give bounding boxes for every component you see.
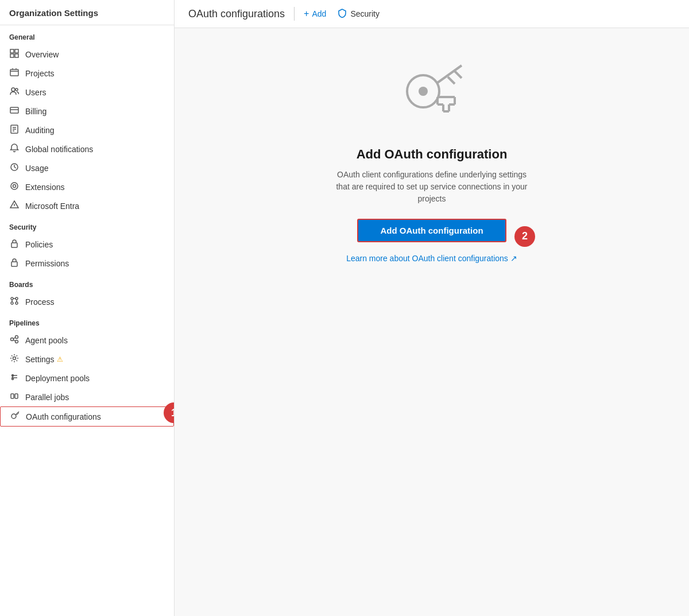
entra-icon — [9, 200, 20, 211]
svg-point-26 — [16, 302, 18, 304]
billing-icon — [9, 106, 20, 117]
auditing-icon — [9, 125, 20, 135]
svg-point-49 — [419, 87, 428, 96]
svg-point-17 — [11, 183, 18, 189]
svg-line-47 — [17, 414, 18, 415]
page-title: OAuth configurations — [188, 8, 294, 20]
svg-line-52 — [448, 77, 455, 84]
svg-point-23 — [11, 297, 13, 300]
sidebar-label-policies: Policies — [25, 240, 165, 249]
sidebar-item-users[interactable]: Users — [0, 83, 174, 102]
add-button[interactable]: + Add — [304, 9, 326, 19]
header-divider — [294, 7, 295, 21]
svg-rect-2 — [10, 54, 14, 57]
extensions-icon — [9, 181, 20, 192]
security-button[interactable]: Security — [338, 9, 380, 20]
sidebar-label-oauth-configurations: OAuth configurations — [26, 412, 164, 421]
security-label: Security — [350, 9, 380, 18]
sidebar-label-settings: Settings — [25, 355, 55, 364]
section-label-general: General — [0, 25, 174, 45]
svg-line-34 — [14, 340, 16, 341]
svg-point-44 — [11, 414, 16, 419]
sidebar-item-policies[interactable]: Policies — [0, 235, 174, 254]
svg-rect-43 — [15, 394, 18, 398]
svg-rect-10 — [10, 107, 18, 113]
svg-point-8 — [11, 88, 15, 91]
projects-icon — [9, 68, 20, 79]
process-icon — [9, 296, 20, 307]
sidebar-item-billing[interactable]: Billing — [0, 102, 174, 121]
badge-2: 2 — [514, 226, 535, 247]
svg-point-31 — [16, 336, 18, 339]
add-label: Add — [312, 9, 326, 18]
bell-icon — [9, 144, 20, 154]
sidebar-item-agent-pools[interactable]: Agent pools — [0, 331, 174, 350]
usage-icon — [9, 162, 20, 173]
parallel-icon — [9, 392, 20, 402]
agentpools-icon — [9, 335, 20, 346]
sidebar-item-microsoft-entra[interactable]: Microsoft Entra — [0, 196, 174, 215]
sidebar-item-auditing[interactable]: Auditing — [0, 121, 174, 140]
key-icon — [10, 411, 20, 422]
sidebar-label-microsoft-entra: Microsoft Entra — [25, 202, 165, 211]
svg-point-25 — [11, 302, 13, 304]
sidebar-label-deployment-pools: Deployment pools — [25, 374, 165, 383]
svg-rect-0 — [10, 49, 14, 53]
sidebar-label-billing: Billing — [25, 107, 165, 116]
lock2-icon — [9, 258, 20, 269]
add-oauth-btn-wrapper: Add OAuth configuration 2 — [357, 219, 506, 254]
sidebar-item-deployment-pools[interactable]: Deployment pools — [0, 369, 174, 388]
sidebar-item-settings[interactable]: Settings ⚠ — [0, 350, 174, 369]
sidebar-label-process: Process — [25, 297, 165, 307]
svg-rect-1 — [15, 49, 18, 53]
svg-point-32 — [16, 340, 18, 343]
sidebar-label-parallel-jobs: Parallel jobs — [25, 393, 165, 402]
deploy-icon — [9, 373, 20, 383]
sidebar-label-global-notifications: Global notifications — [25, 145, 165, 154]
section-label-security: Security — [0, 215, 174, 235]
sidebar-item-extensions[interactable]: Extensions — [0, 177, 174, 196]
learn-more-link[interactable]: Learn more about OAuth client configurat… — [346, 254, 517, 263]
sidebar-label-agent-pools: Agent pools — [25, 336, 165, 345]
sidebar-label-projects: Projects — [25, 69, 165, 78]
sidebar-label-extensions: Extensions — [25, 183, 165, 192]
empty-state: Add OAuth configuration OAuth client con… — [334, 63, 529, 263]
sidebar-label-permissions: Permissions — [25, 259, 165, 268]
sidebar-label-usage: Usage — [25, 164, 165, 173]
page-header: OAuth configurations + Add Security — [175, 0, 689, 28]
svg-rect-3 — [15, 54, 18, 57]
svg-point-24 — [16, 297, 18, 300]
section-label-pipelines: Pipelines — [0, 311, 174, 331]
svg-rect-42 — [11, 394, 14, 398]
sidebar: Organization Settings General Overview P… — [0, 0, 175, 616]
sidebar-item-usage[interactable]: Usage — [0, 158, 174, 177]
sidebar-item-oauth-configurations[interactable]: OAuth configurations — [0, 406, 174, 427]
main-content-area: OAuth configurations + Add Security — [175, 0, 689, 616]
svg-rect-21 — [11, 243, 17, 247]
add-oauth-configuration-button[interactable]: Add OAuth configuration — [357, 219, 506, 242]
sidebar-item-projects[interactable]: Projects — [0, 64, 174, 83]
gear-icon — [9, 354, 20, 365]
sidebar-label-settings-wrapper: Settings ⚠ — [25, 355, 63, 364]
empty-state-description: OAuth client configurations define under… — [334, 169, 529, 205]
svg-rect-22 — [11, 262, 17, 266]
sidebar-label-auditing: Auditing — [25, 126, 165, 135]
sidebar-title: Organization Settings — [0, 0, 174, 25]
empty-state-title: Add OAuth configuration — [357, 147, 508, 162]
svg-line-33 — [14, 338, 16, 339]
section-label-boards: Boards — [0, 273, 174, 292]
svg-point-9 — [16, 88, 18, 91]
key-illustration — [397, 63, 466, 133]
svg-point-18 — [13, 185, 16, 188]
svg-line-46 — [18, 413, 19, 414]
sidebar-item-overview[interactable]: Overview — [0, 45, 174, 64]
sidebar-item-process[interactable]: Process — [0, 292, 174, 311]
sidebar-item-parallel-jobs[interactable]: Parallel jobs — [0, 388, 174, 406]
warning-icon: ⚠ — [57, 355, 63, 363]
external-link-icon: ↗ — [510, 254, 517, 263]
sidebar-item-global-notifications[interactable]: Global notifications — [0, 140, 174, 158]
sidebar-item-permissions[interactable]: Permissions — [0, 254, 174, 273]
lock-icon — [9, 239, 20, 250]
grid-icon — [9, 49, 20, 60]
empty-state-container: Add OAuth configuration OAuth client con… — [175, 28, 689, 616]
